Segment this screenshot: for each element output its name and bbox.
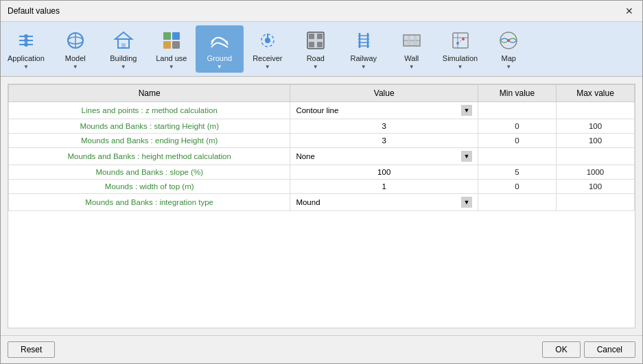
svg-point-3 [24, 34, 28, 38]
svg-line-43 [458, 39, 463, 43]
ok-button[interactable]: OK [542, 341, 580, 358]
dropdown-arrow-0[interactable]: ▼ [461, 105, 472, 116]
col-header-value: Value [290, 85, 478, 102]
toolbar-item-road[interactable]: Road ▼ [292, 25, 340, 73]
dropdown-wrapper-0[interactable]: Contour line▼ [296, 105, 472, 116]
dialog-title: Default values [8, 6, 60, 16]
row-value-6[interactable]: Mound▼ [290, 194, 478, 211]
toolbar-item-simulation[interactable]: Simulation ▼ [436, 25, 484, 73]
svg-rect-37 [416, 40, 420, 46]
row-max-6 [556, 194, 634, 211]
ok-cancel-group: OK Cancel [542, 341, 635, 358]
row-max-2: 100 [556, 134, 634, 148]
dropdown-arrow-3[interactable]: ▼ [461, 151, 472, 162]
toolbar-item-building[interactable]: Building ▼ [100, 25, 148, 73]
row-name-5: Mounds : width of top (m) [9, 180, 290, 194]
ground-icon [207, 28, 232, 53]
land-use-icon [159, 28, 184, 53]
svg-point-4 [24, 38, 28, 43]
ground-label: Ground [207, 54, 232, 62]
row-value-4[interactable]: 100 [290, 165, 478, 180]
svg-rect-14 [163, 41, 171, 49]
row-max-5: 100 [556, 180, 634, 194]
railway-arrow: ▼ [361, 64, 366, 70]
svg-rect-23 [309, 42, 314, 47]
row-name-3: Mounds and Banks : height method calcula… [9, 148, 290, 165]
row-value-0[interactable]: Contour line▼ [290, 102, 478, 119]
bottom-bar: Reset OK Cancel [1, 335, 642, 363]
col-header-min: Min value [478, 85, 556, 102]
application-icon [14, 28, 38, 53]
row-name-6: Mounds and Banks : integration type [9, 194, 290, 211]
row-min-2: 0 [478, 134, 556, 148]
dropdown-arrow-6[interactable]: ▼ [461, 197, 472, 208]
col-header-name: Name [9, 85, 290, 102]
map-label: Map [501, 54, 515, 62]
toolbar-item-application[interactable]: Application ▼ [1, 25, 51, 73]
simulation-arrow: ▼ [458, 64, 463, 70]
receiver-label: Receiver [253, 54, 282, 62]
title-bar: Default values ✕ [1, 1, 642, 22]
toolbar-item-railway[interactable]: Railway ▼ [340, 25, 388, 73]
toolbar-item-receiver[interactable]: Receiver ▼ [244, 25, 292, 73]
building-label: Building [110, 54, 137, 62]
row-value-1[interactable]: 3 [290, 119, 478, 134]
row-min-1: 0 [478, 119, 556, 134]
svg-rect-21 [309, 34, 314, 39]
svg-rect-36 [410, 40, 414, 46]
toolbar-item-map[interactable]: Map ▼ [484, 25, 533, 73]
wall-label: Wall [404, 54, 419, 62]
toolbar-item-land-use[interactable]: Land use ▼ [148, 25, 196, 73]
svg-point-5 [24, 43, 28, 47]
row-value-5[interactable]: 1 [290, 180, 478, 194]
dropdown-wrapper-3[interactable]: None▼ [296, 151, 472, 162]
table-row: Mounds and Banks : height method calcula… [9, 148, 635, 165]
toolbar-item-ground[interactable]: Ground ▼ [196, 25, 244, 73]
table-container: Name Value Min value Max value Lines and… [8, 84, 635, 328]
map-arrow: ▼ [506, 64, 511, 70]
row-value-2[interactable]: 3 [290, 134, 478, 148]
row-min-6 [478, 194, 556, 211]
table-row: Lines and points : z method calculationC… [9, 102, 635, 119]
road-icon [303, 28, 328, 53]
cancel-button[interactable]: Cancel [584, 341, 635, 358]
land-use-arrow: ▼ [169, 64, 174, 70]
row-name-1: Mounds and Banks : starting Height (m) [9, 119, 290, 134]
application-arrow: ▼ [23, 64, 29, 70]
railway-icon [351, 28, 376, 53]
dropdown-text-3: None [296, 152, 461, 160]
toolbar: Application ▼ Model ▼ [1, 22, 642, 77]
row-max-3 [556, 148, 634, 165]
main-content: Name Value Min value Max value Lines and… [1, 77, 642, 335]
land-use-label: Land use [156, 54, 187, 62]
dropdown-wrapper-6[interactable]: Mound▼ [296, 197, 472, 208]
dropdown-text-6: Mound [296, 198, 461, 206]
svg-rect-33 [410, 35, 414, 40]
toolbar-item-model[interactable]: Model ▼ [51, 25, 100, 73]
table-row: Mounds and Banks : ending Height (m)3010… [9, 134, 635, 148]
table-row: Mounds : width of top (m)10100 [9, 180, 635, 194]
svg-rect-38 [453, 33, 468, 48]
building-icon [111, 28, 136, 53]
data-table: Name Value Min value Max value Lines and… [8, 84, 635, 211]
reset-button[interactable]: Reset [8, 341, 55, 358]
svg-rect-22 [317, 34, 323, 39]
row-min-0 [478, 102, 556, 119]
svg-rect-35 [404, 40, 408, 46]
table-row: Mounds and Banks : integration typeMound… [9, 194, 635, 211]
close-button[interactable]: ✕ [623, 5, 635, 17]
row-value-3[interactable]: None▼ [290, 148, 478, 165]
wall-icon [399, 28, 424, 53]
dialog: Default values ✕ Application ▼ [0, 0, 643, 364]
receiver-icon [255, 28, 280, 53]
row-name-4: Mounds and Banks : slope (%) [9, 165, 290, 180]
row-min-3 [478, 148, 556, 165]
row-name-2: Mounds and Banks : ending Height (m) [9, 134, 290, 148]
ground-arrow: ▼ [217, 64, 222, 70]
wall-arrow: ▼ [409, 64, 414, 70]
row-name-0: Lines and points : z method calculation [9, 102, 290, 119]
toolbar-item-wall[interactable]: Wall ▼ [388, 25, 436, 73]
table-row: Mounds and Banks : starting Height (m)30… [9, 119, 635, 134]
svg-rect-32 [404, 35, 408, 40]
map-icon [496, 28, 521, 53]
